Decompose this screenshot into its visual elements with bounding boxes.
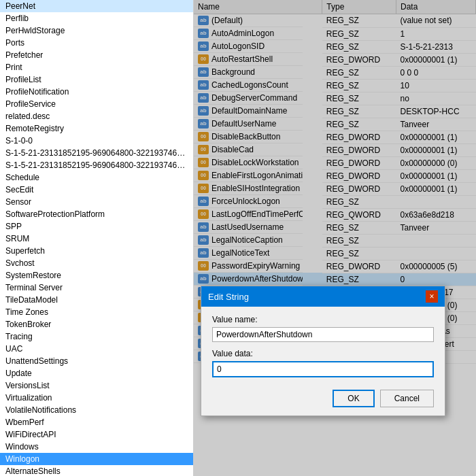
tree-item[interactable]: Prefetcher bbox=[0, 49, 193, 61]
tree-item[interactable]: VersionsList bbox=[0, 379, 193, 392]
tree-item[interactable]: Perflib bbox=[0, 12, 193, 24]
tree-item[interactable]: RemoteRegistry bbox=[0, 122, 193, 135]
registry-tree: PeerNetPerflibPerHwldStoragePortsPrefetc… bbox=[0, 0, 194, 476]
tree-item[interactable]: AlternateShells bbox=[0, 465, 193, 476]
tree-item[interactable]: Update bbox=[0, 367, 193, 379]
value-data-label: Value data: bbox=[212, 349, 434, 358]
tree-item[interactable]: TokenBroker bbox=[0, 318, 193, 330]
tree-item[interactable]: PeerNet bbox=[0, 0, 193, 12]
tree-item[interactable]: PerHwldStorage bbox=[0, 24, 193, 37]
modal-title: Edit String bbox=[208, 292, 249, 302]
tree-item[interactable]: Svchost bbox=[0, 257, 193, 269]
tree-item[interactable]: SPP bbox=[0, 220, 193, 233]
tree-item[interactable]: SecEdit bbox=[0, 184, 193, 196]
tree-item[interactable]: Virtualization bbox=[0, 392, 193, 404]
modal-title-bar: Edit String × bbox=[201, 286, 445, 307]
tree-item[interactable]: Time Zones bbox=[0, 306, 193, 318]
tree-item[interactable]: Sensor bbox=[0, 196, 193, 208]
tree-item[interactable]: Terminal Server bbox=[0, 282, 193, 294]
tree-item[interactable]: ProfileService bbox=[0, 98, 193, 110]
modal-overlay: Edit String × Value name: Value data: OK… bbox=[194, 0, 476, 476]
tree-item[interactable]: S-1-5-21-23131852195-969064800-322193746… bbox=[0, 147, 193, 159]
tree-item[interactable]: related.desc bbox=[0, 110, 193, 122]
modal-body: Value name: Value data: OK Cancel bbox=[201, 307, 445, 415]
tree-item[interactable]: TileDataModel bbox=[0, 294, 193, 306]
tree-item[interactable]: Winlogon bbox=[0, 453, 193, 465]
tree-item[interactable]: VolatileNotifications bbox=[0, 404, 193, 416]
tree-item[interactable]: WiFiDirectAPI bbox=[0, 428, 193, 441]
tree-item[interactable]: SystemRestore bbox=[0, 269, 193, 282]
tree-item[interactable]: Windows bbox=[0, 441, 193, 453]
tree-item[interactable]: Print bbox=[0, 61, 193, 73]
tree-item[interactable]: S-1-5-21-23131852195-969064800-322193746… bbox=[0, 159, 193, 171]
value-data-input[interactable] bbox=[212, 361, 434, 377]
tree-item[interactable]: WbemPerf bbox=[0, 416, 193, 428]
modal-close-button[interactable]: × bbox=[426, 290, 438, 303]
tree-item[interactable]: Superfetch bbox=[0, 245, 193, 257]
tree-item[interactable]: S-1-0-0 bbox=[0, 135, 193, 147]
modal-buttons: OK Cancel bbox=[212, 390, 434, 407]
tree-item[interactable]: ProfileNotification bbox=[0, 86, 193, 98]
ok-button[interactable]: OK bbox=[333, 390, 374, 407]
value-name-input[interactable] bbox=[212, 327, 434, 342]
tree-item[interactable]: UnattendSettings bbox=[0, 355, 193, 367]
cancel-button[interactable]: Cancel bbox=[380, 390, 434, 407]
tree-item[interactable]: SoftwareProtectionPlatform bbox=[0, 208, 193, 220]
registry-values-panel: Name Type Data ab(Default)REG_SZ(value n… bbox=[194, 0, 476, 476]
tree-item[interactable]: Tracing bbox=[0, 330, 193, 343]
tree-item[interactable]: ProfileList bbox=[0, 73, 193, 86]
value-name-label: Value name: bbox=[212, 315, 434, 324]
edit-string-dialog: Edit String × Value name: Value data: OK… bbox=[201, 286, 445, 416]
tree-items: PeerNetPerflibPerHwldStoragePortsPrefetc… bbox=[0, 0, 193, 476]
tree-item[interactable]: SRUM bbox=[0, 233, 193, 245]
tree-item[interactable]: Schedule bbox=[0, 171, 193, 184]
tree-item[interactable]: UAC bbox=[0, 343, 193, 355]
tree-item[interactable]: Ports bbox=[0, 37, 193, 49]
